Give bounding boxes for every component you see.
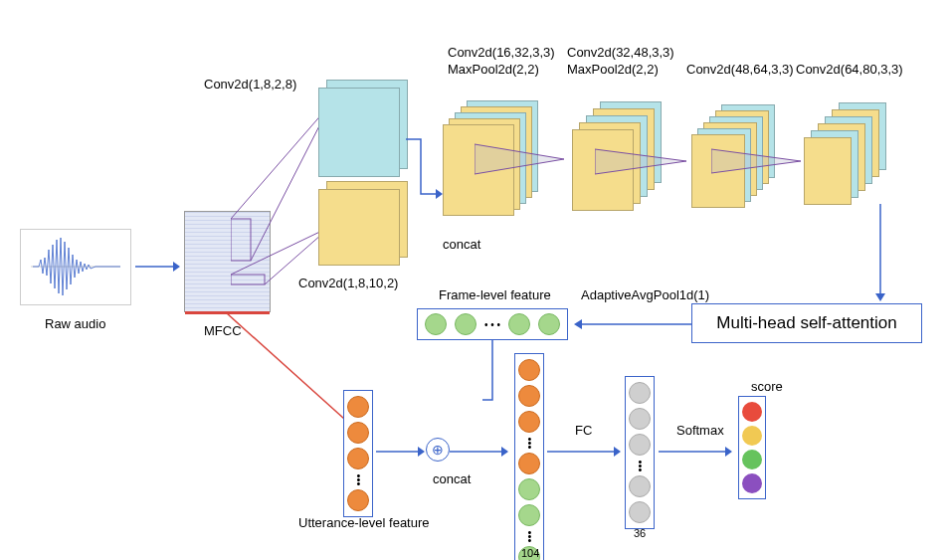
svg-marker-3 (173, 262, 180, 272)
svg-marker-22 (501, 447, 508, 457)
conv1-top-label: Conv2d(1,8,2,8) (204, 77, 296, 92)
conv4-label: Conv2d(48,64,3,3) (686, 62, 794, 77)
utterance-label: Utterance-level feature (298, 515, 430, 530)
cone-3 (595, 139, 694, 194)
adaptive-label: AdaptiveAvgPool1d(1) (581, 287, 709, 302)
svg-marker-14 (875, 293, 885, 301)
arrow-to-attention (865, 204, 895, 303)
arrow-utter-concat (376, 442, 426, 462)
maxpool2-label: MaxPool2d(2,2) (448, 62, 539, 77)
cone-4 (711, 141, 811, 191)
concat-feature-104: ••• ••• (514, 353, 544, 560)
conv1-bottom-label: Conv2d(1,8,10,2) (298, 276, 398, 290)
arrow-audio-mfcc (135, 257, 180, 277)
svg-line-18 (227, 313, 354, 428)
arrow-frame-down (482, 340, 502, 440)
concat-operator: ⊕ (426, 438, 450, 462)
svg-rect-9 (231, 275, 265, 284)
conv3-label: Conv2d(32,48,3,3) (567, 45, 674, 60)
svg-marker-16 (574, 319, 582, 329)
maxpool3-label: MaxPool2d(2,2) (567, 62, 659, 77)
n36-label: 36 (634, 527, 646, 539)
fc-feature-36: ••• (625, 376, 655, 529)
arrow-concat-104 (450, 442, 509, 462)
raw-audio-plot (20, 229, 131, 305)
arrow-fc (547, 442, 622, 462)
attention-label: Multi-head self-attention (716, 313, 896, 333)
svg-marker-10 (436, 189, 443, 199)
frame-level-label: Frame-level feature (439, 287, 551, 302)
arrow-softmax (659, 442, 733, 462)
utterance-feature-vector: ••• (343, 390, 373, 517)
softmax-label: Softmax (676, 423, 724, 438)
conv2-label: Conv2d(16,32,3,3) (448, 45, 555, 60)
n104-label: 104 (521, 547, 539, 559)
svg-marker-13 (711, 149, 801, 173)
svg-marker-24 (614, 447, 621, 457)
fc-label: FC (575, 423, 592, 438)
attention-block: Multi-head self-attention (691, 303, 922, 343)
raw-audio-label: Raw audio (45, 316, 105, 331)
cone-2 (475, 134, 574, 194)
svg-line-7 (231, 227, 330, 275)
arrow-attn-frame (572, 314, 691, 334)
frame-feature-vector: • • • (417, 308, 568, 340)
conv5-label: Conv2d(64,80,3,3) (796, 62, 903, 77)
score-label: score (751, 379, 783, 394)
svg-marker-12 (595, 149, 686, 174)
svg-marker-26 (725, 447, 732, 457)
score-vector (738, 396, 766, 499)
concat1-label: concat (443, 237, 480, 252)
concat2-label: concat (433, 471, 471, 486)
svg-marker-20 (418, 447, 425, 457)
svg-marker-11 (475, 144, 564, 174)
arrow-to-concat (401, 90, 446, 209)
